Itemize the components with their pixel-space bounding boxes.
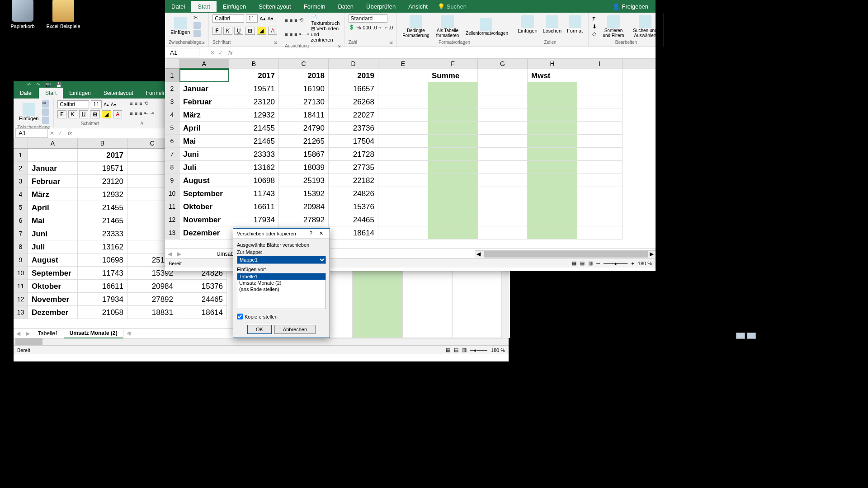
shrink-font-icon[interactable]: A▾ xyxy=(268,16,274,22)
col-header-e[interactable]: E xyxy=(378,59,428,69)
copy-icon[interactable] xyxy=(193,22,201,29)
row-header[interactable]: 11 xyxy=(165,200,179,213)
cell[interactable]: 23120 xyxy=(229,95,279,108)
cell[interactable]: 13162 xyxy=(78,240,127,253)
cell[interactable] xyxy=(528,95,577,108)
cell[interactable] xyxy=(378,161,428,174)
row-header[interactable]: 9 xyxy=(14,253,28,267)
cell[interactable]: Dezember xyxy=(179,226,229,239)
sort-filter-button[interactable]: Sortieren und Filtern xyxy=(599,14,628,39)
cell[interactable] xyxy=(428,226,478,239)
row-header[interactable]: 7 xyxy=(165,148,179,161)
cell[interactable]: 16611 xyxy=(229,200,279,213)
insert-cells-button[interactable]: Einfügen xyxy=(516,14,539,34)
cell[interactable] xyxy=(577,161,623,174)
cell[interactable]: 11743 xyxy=(78,267,127,280)
cell[interactable] xyxy=(478,95,528,108)
border-button[interactable]: ⊞ xyxy=(245,27,255,35)
cell[interactable]: 20984 xyxy=(279,200,329,213)
row-header[interactable]: 7 xyxy=(14,227,28,240)
cell[interactable]: 20984 xyxy=(127,280,177,293)
align-bot-icon[interactable]: ≡ xyxy=(139,101,142,106)
cell[interactable]: 18614 xyxy=(329,226,378,239)
cell[interactable] xyxy=(577,122,623,135)
cell[interactable]: Juni xyxy=(179,148,229,161)
desktop-icon-folder[interactable]: Excel-Beispiele xyxy=(45,0,81,29)
cell[interactable] xyxy=(478,69,528,82)
cell[interactable]: 23736 xyxy=(329,122,378,135)
align-top-icon[interactable]: ≡ xyxy=(285,18,288,23)
align-top-icon[interactable]: ≡ xyxy=(130,101,132,106)
name-box[interactable] xyxy=(167,48,199,57)
format-painter-icon[interactable] xyxy=(193,30,201,37)
tab-insert[interactable]: Einfügen xyxy=(217,1,252,12)
tell-me-search[interactable]: 💡 Suchen xyxy=(438,3,467,10)
row-header[interactable]: 3 xyxy=(165,95,179,108)
cancel-button[interactable]: Abbrechen xyxy=(274,325,316,334)
thousand-icon[interactable]: 000 xyxy=(363,25,371,30)
desktop-icon-recycle-bin[interactable]: Papierkorb xyxy=(5,0,41,29)
cell[interactable]: August xyxy=(179,174,229,187)
align-right-icon[interactable]: ≡ xyxy=(294,32,297,37)
row-header[interactable]: 4 xyxy=(14,188,28,201)
view-pagebreak-icon[interactable]: ▥ xyxy=(462,347,467,353)
cell[interactable]: 24465 xyxy=(177,293,227,306)
font-size-select[interactable] xyxy=(246,14,258,23)
tab-home[interactable]: Start xyxy=(191,1,216,12)
cell[interactable]: 16611 xyxy=(78,280,127,293)
row-header[interactable]: 6 xyxy=(165,135,179,148)
cell[interactable]: 16657 xyxy=(329,82,378,95)
cell[interactable] xyxy=(478,122,528,135)
workbook-thumb-icon[interactable] xyxy=(736,333,745,339)
cell[interactable] xyxy=(378,213,428,226)
cell[interactable] xyxy=(179,69,229,82)
cell[interactable] xyxy=(577,82,623,95)
cell[interactable]: 16190 xyxy=(279,82,329,95)
row-header[interactable]: 1 xyxy=(165,69,179,82)
orientation-icon[interactable]: ⟲ xyxy=(299,17,303,23)
cell-styles-button[interactable]: Zellenformatvorlagen xyxy=(464,17,508,37)
cell[interactable]: September xyxy=(179,187,229,200)
cell[interactable] xyxy=(428,82,478,95)
sheet-tab-tabelle1[interactable]: Tabelle1 xyxy=(33,329,64,338)
row-header[interactable]: 1 xyxy=(14,149,28,162)
dialog-help-button[interactable]: ? xyxy=(307,230,315,236)
cell[interactable] xyxy=(577,187,623,200)
cell[interactable]: 12932 xyxy=(229,108,279,122)
name-box[interactable] xyxy=(15,128,48,138)
cell[interactable]: 23333 xyxy=(229,148,279,161)
cell[interactable]: 19571 xyxy=(229,82,279,95)
cell[interactable]: 23333 xyxy=(78,227,127,240)
row-header[interactable]: 9 xyxy=(165,174,179,187)
tab-pagelayout[interactable]: Seitenlayout xyxy=(97,88,140,99)
list-item[interactable]: Tabelle1 xyxy=(237,273,326,280)
cell[interactable] xyxy=(28,149,78,162)
tab-data[interactable]: Daten xyxy=(331,1,360,12)
cell[interactable] xyxy=(478,226,528,239)
cell[interactable] xyxy=(478,200,528,213)
dialog-launcher-icon[interactable]: ⇲ xyxy=(274,40,277,45)
cell[interactable]: 10698 xyxy=(78,253,127,267)
align-left-icon[interactable]: ≡ xyxy=(130,111,132,116)
cell[interactable]: 11743 xyxy=(229,187,279,200)
cell[interactable] xyxy=(577,95,623,108)
cell[interactable]: Oktober xyxy=(28,280,78,293)
cell[interactable]: 2017 xyxy=(78,149,127,162)
cell[interactable] xyxy=(528,226,577,239)
cell[interactable]: 21265 xyxy=(279,135,329,148)
delete-cells-button[interactable]: Löschen xyxy=(541,14,564,34)
dialog-launcher-icon[interactable]: ⇲ xyxy=(337,44,341,48)
cell[interactable] xyxy=(428,148,478,161)
cell[interactable]: Summe xyxy=(428,69,478,82)
zoom-slider[interactable]: ───●─── xyxy=(604,261,627,266)
cell[interactable]: 27130 xyxy=(279,95,329,108)
indent-inc-icon[interactable]: ⇥ xyxy=(150,110,154,116)
tab-pagelayout[interactable]: Seitenlayout xyxy=(252,1,297,12)
dialog-close-button[interactable]: ✕ xyxy=(316,230,326,236)
cell[interactable]: Oktober xyxy=(179,200,229,213)
list-item[interactable]: (ans Ende stellen) xyxy=(237,286,326,292)
view-pagelayout-icon[interactable]: ▤ xyxy=(580,260,585,266)
col-header-b[interactable]: B xyxy=(229,59,279,69)
col-header-g[interactable]: G xyxy=(478,59,528,69)
cell[interactable]: 15376 xyxy=(177,280,227,293)
